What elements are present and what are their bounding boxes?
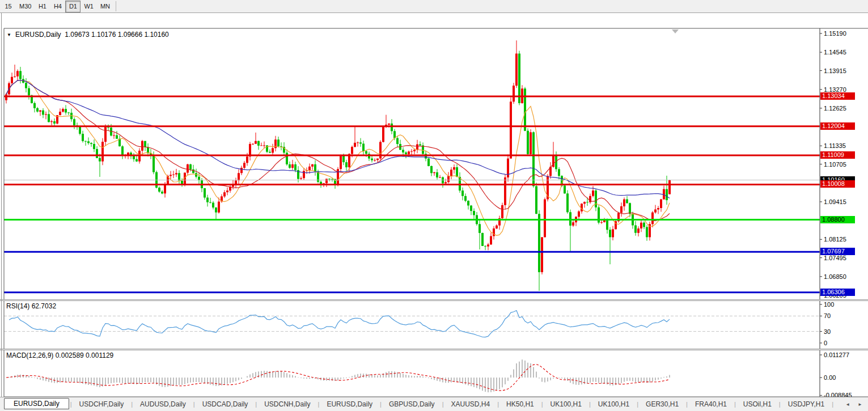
candle-body xyxy=(436,172,438,177)
candle-body xyxy=(19,71,22,79)
ma-line-21 xyxy=(6,80,670,221)
tab-dj30-h1[interactable]: DJ30,H1 xyxy=(833,399,840,410)
candle-body xyxy=(300,178,302,179)
candle-body xyxy=(65,109,67,112)
timeframe-button-w1[interactable]: W1 xyxy=(81,1,97,12)
candle-body xyxy=(470,206,472,211)
candle-body xyxy=(175,173,177,174)
macd-panel-splitter[interactable] xyxy=(0,349,868,350)
candle-body xyxy=(634,226,637,233)
candle-body xyxy=(544,200,546,238)
candle-body xyxy=(586,202,588,202)
candle-body xyxy=(240,168,243,173)
candle-body xyxy=(433,172,435,173)
candle-body xyxy=(62,109,64,112)
candle-body xyxy=(456,167,458,177)
candle-body xyxy=(450,170,452,176)
candle-body xyxy=(14,77,16,77)
candle-body xyxy=(530,132,532,154)
candle-body xyxy=(626,200,628,204)
macd-signal-line xyxy=(6,365,670,391)
candle-body xyxy=(308,167,311,170)
tab-ger30-h1[interactable]: GER30,H1 xyxy=(638,399,686,410)
candle-body xyxy=(90,143,92,144)
candle-body xyxy=(67,112,70,113)
candle-body xyxy=(572,222,574,226)
tab-usdcad-daily[interactable]: USDCAD,Daily xyxy=(195,399,256,410)
timeframe-button-d1[interactable]: D1 xyxy=(65,1,81,12)
chart-canvas[interactable] xyxy=(0,13,868,411)
candle-body xyxy=(515,54,518,86)
candle-body xyxy=(527,131,529,154)
tab-usdcnh-daily[interactable]: USDCNH,Daily xyxy=(257,399,317,410)
candle-body xyxy=(660,200,662,208)
candle-body xyxy=(393,131,396,138)
candle-body xyxy=(402,150,404,152)
candle-body xyxy=(263,145,265,146)
candle-body xyxy=(116,135,118,139)
tabs-scroll-right-icon[interactable]: ► xyxy=(858,402,862,407)
timeframe-button-h4[interactable]: H4 xyxy=(50,1,65,12)
tab-fra40-h1[interactable]: FRA40,H1 xyxy=(688,399,734,410)
candle-body xyxy=(161,192,163,193)
candle-body xyxy=(84,141,87,142)
candle-body xyxy=(359,142,362,143)
candle-body xyxy=(538,214,540,272)
tab-usdchf-daily[interactable]: USDCHF,Daily xyxy=(72,399,132,410)
tab-usoil-h1[interactable]: USOil,H1 xyxy=(736,399,779,410)
timeframe-toolbar: 15M30H1H4D1W1MN xyxy=(0,0,868,13)
tab-uk100-h1[interactable]: UK100,H1 xyxy=(591,399,637,410)
candle-body xyxy=(164,185,166,193)
candle-body xyxy=(325,179,328,183)
candle-body xyxy=(206,198,209,202)
tab-hk50-h1[interactable]: HK50,H1 xyxy=(499,399,541,410)
candle-body xyxy=(487,244,489,246)
candle-body xyxy=(592,190,594,196)
tab-usdjpy-h1[interactable]: USDJPY,H1 xyxy=(781,399,832,410)
candle-body xyxy=(504,177,506,205)
toolbar-separator xyxy=(116,1,116,11)
window-frame-edge xyxy=(1,13,2,411)
tab-eurusd-daily[interactable]: EURUSD,Daily xyxy=(4,398,69,409)
candle-body xyxy=(583,202,586,204)
candle-body xyxy=(204,188,206,198)
timeframe-button-h1[interactable]: H1 xyxy=(35,1,50,12)
candle-body xyxy=(396,138,399,144)
candle-body xyxy=(11,77,13,83)
tab-gbpusd-daily[interactable]: GBPUSD,Daily xyxy=(382,399,442,410)
candle-body xyxy=(269,152,271,153)
candle-body xyxy=(524,88,526,131)
candle-body xyxy=(666,189,668,201)
candle-body xyxy=(374,160,376,160)
candle-body xyxy=(629,203,631,214)
timeframe-button-15[interactable]: 15 xyxy=(1,1,16,12)
candle-body xyxy=(382,126,384,142)
tab-eurusd-daily[interactable]: EURUSD,Daily xyxy=(319,399,380,410)
candle-body xyxy=(595,190,597,207)
candle-body xyxy=(73,119,75,125)
tab-uk100-h1[interactable]: UK100,H1 xyxy=(543,399,589,410)
rsi-line xyxy=(9,311,670,337)
candle-body xyxy=(93,144,95,149)
candle-body xyxy=(187,164,189,173)
timeframe-button-mn[interactable]: MN xyxy=(97,1,113,12)
candle-body xyxy=(272,148,274,152)
chart-shift-marker-icon[interactable] xyxy=(672,29,679,33)
candle-body xyxy=(643,223,645,227)
candle-body xyxy=(606,220,608,230)
tab-audusd-daily[interactable]: AUDUSD,Daily xyxy=(133,399,193,410)
candle-body xyxy=(101,142,104,162)
candle-body xyxy=(50,121,53,122)
candle-body xyxy=(226,190,228,192)
timeframe-button-m30[interactable]: M30 xyxy=(16,1,35,12)
candle-body xyxy=(493,228,495,236)
tab-xauusd-h4[interactable]: XAUUSD,H4 xyxy=(443,399,497,410)
candle-body xyxy=(172,175,175,175)
rsi-panel-splitter[interactable] xyxy=(0,299,868,301)
candle-body xyxy=(113,135,115,136)
candle-body xyxy=(413,150,416,151)
candle-body xyxy=(42,111,44,115)
candle-body xyxy=(345,162,348,167)
candle-body xyxy=(238,173,240,180)
tabs-scroll-left-icon[interactable]: ◄ xyxy=(845,402,850,407)
